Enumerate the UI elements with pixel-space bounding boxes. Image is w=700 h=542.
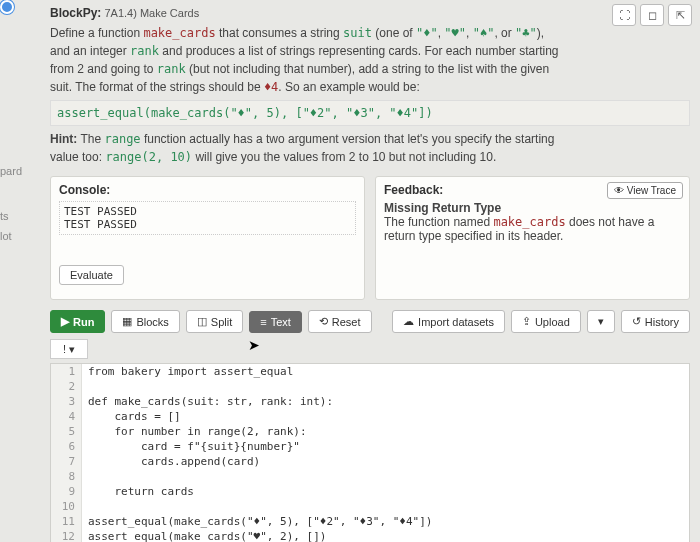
split-icon: ◫ xyxy=(197,315,207,328)
code-line[interactable]: card = f"{suit}{number}" xyxy=(82,439,300,454)
line-number: 7 xyxy=(51,454,82,469)
file-selector[interactable]: ! ▾ xyxy=(50,339,88,359)
line-number: 2 xyxy=(51,379,82,394)
window-icon: ◻ xyxy=(648,9,657,22)
editor-toolbar: ▶Run ▦Blocks ◫Split ≡Text ⟲Reset ☁Import… xyxy=(50,310,690,333)
breadcrumb: BlockPy: 7A1.4) Make Cards xyxy=(50,6,690,20)
code-line[interactable]: cards.append(card) xyxy=(82,454,260,469)
line-number: 11 xyxy=(51,514,82,529)
upload-button[interactable]: ⇪Upload xyxy=(511,310,581,333)
code-line[interactable]: def make_cards(suit: str, rank: int): xyxy=(82,394,333,409)
view-trace-label: View Trace xyxy=(627,185,676,196)
view-trace-button[interactable]: 👁 View Trace xyxy=(607,182,683,199)
console-panel: Console: TEST PASSED TEST PASSED Evaluat… xyxy=(50,176,365,300)
split-button[interactable]: ◫Split xyxy=(186,310,243,333)
blocks-icon: ▦ xyxy=(122,315,132,328)
line-number: 4 xyxy=(51,409,82,424)
example-code: assert_equal(make_cards("♦", 5), ["♦2", … xyxy=(50,100,690,126)
popout-icon: ⇱ xyxy=(676,9,685,22)
line-number: 6 xyxy=(51,439,82,454)
feedback-subtitle: Missing Return Type xyxy=(384,201,501,215)
app-title: BlockPy: xyxy=(50,6,101,20)
feedback-msg: The function named make_cards does not h… xyxy=(384,215,654,243)
text-button[interactable]: ≡Text xyxy=(249,311,302,333)
history-button[interactable]: ↺History xyxy=(621,310,690,333)
code-editor[interactable]: 1from bakery import assert_equal 2 3def … xyxy=(50,363,690,542)
upload-icon: ⇪ xyxy=(522,315,531,328)
upload-dropdown[interactable]: ▾ xyxy=(587,310,615,333)
gutter-marker xyxy=(0,0,14,14)
code-line[interactable]: assert_equal(make_cards("♥", 2), []) xyxy=(82,529,326,542)
left-frag-3: lot xyxy=(0,230,12,242)
code-line[interactable]: cards = [] xyxy=(82,409,181,424)
import-datasets-button[interactable]: ☁Import datasets xyxy=(392,310,505,333)
cloud-icon: ☁ xyxy=(403,315,414,328)
history-icon: ↺ xyxy=(632,315,641,328)
code-line[interactable]: for number in range(2, rank): xyxy=(82,424,307,439)
code-line[interactable]: assert_equal(make_cards("♦", 5), ["♦2", … xyxy=(82,514,432,529)
popout-button[interactable]: ⇱ xyxy=(668,4,692,26)
code-line[interactable] xyxy=(82,499,88,514)
problem-description: Define a function make_cards that consum… xyxy=(50,24,690,166)
evaluate-button[interactable]: Evaluate xyxy=(59,265,124,285)
line-number: 8 xyxy=(51,469,82,484)
left-frag-1: pard xyxy=(0,165,22,177)
text-icon: ≡ xyxy=(260,316,266,328)
play-icon: ▶ xyxy=(61,315,69,328)
code-line[interactable]: from bakery import assert_equal xyxy=(82,364,293,379)
feedback-panel: 👁 View Trace Feedback: Missing Return Ty… xyxy=(375,176,690,300)
code-line[interactable] xyxy=(82,379,88,394)
line-number: 12 xyxy=(51,529,82,542)
console-output: TEST PASSED TEST PASSED xyxy=(59,201,356,235)
line-number: 10 xyxy=(51,499,82,514)
run-button[interactable]: ▶Run xyxy=(50,310,105,333)
reset-icon: ⟲ xyxy=(319,315,328,328)
code-line[interactable]: return cards xyxy=(82,484,194,499)
line-number: 9 xyxy=(51,484,82,499)
window-button[interactable]: ◻ xyxy=(640,4,664,26)
line-number: 5 xyxy=(51,424,82,439)
chevron-down-icon: ▾ xyxy=(598,315,604,328)
expand-icon: ⛶ xyxy=(619,9,630,21)
line-number: 1 xyxy=(51,364,82,379)
console-line: TEST PASSED xyxy=(64,218,351,231)
eye-icon: 👁 xyxy=(614,185,624,196)
blocks-button[interactable]: ▦Blocks xyxy=(111,310,179,333)
console-title: Console: xyxy=(59,183,356,197)
line-number: 3 xyxy=(51,394,82,409)
console-line: TEST PASSED xyxy=(64,205,351,218)
fullscreen-button[interactable]: ⛶ xyxy=(612,4,636,26)
left-frag-2: ts xyxy=(0,210,9,222)
breadcrumb-path: 7A1.4) Make Cards xyxy=(104,7,199,19)
reset-button[interactable]: ⟲Reset xyxy=(308,310,372,333)
code-line[interactable] xyxy=(82,469,88,484)
